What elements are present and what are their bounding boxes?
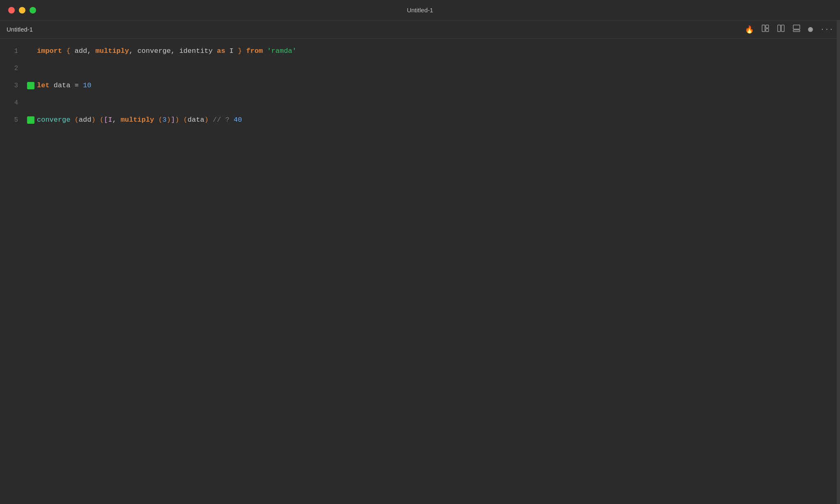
- editor-tab[interactable]: Untitled-1: [7, 26, 33, 33]
- keyword-from: from: [246, 43, 263, 60]
- brace-open: {: [66, 43, 70, 60]
- comment: // ?: [213, 111, 234, 129]
- breakpoint-3[interactable]: [27, 82, 34, 89]
- line-number-4: 4: [0, 94, 18, 111]
- code-line-1: import { add, multiply , converge, ident…: [37, 43, 840, 60]
- gutter: [25, 39, 37, 504]
- code-line-3: let data = 10: [37, 77, 840, 94]
- string-ramda: 'ramda': [267, 43, 296, 60]
- window-title: Untitled-1: [407, 7, 433, 14]
- panel-icon[interactable]: [792, 24, 801, 34]
- svg-rect-1: [766, 25, 769, 28]
- fn-multiply-call: multiply: [121, 111, 154, 129]
- code-area[interactable]: import { add, multiply , converge, ident…: [37, 39, 840, 504]
- svg-rect-6: [793, 30, 800, 32]
- maximize-button[interactable]: [30, 7, 36, 14]
- fire-icon[interactable]: 🔥: [745, 25, 754, 34]
- gutter-item-5[interactable]: [25, 111, 37, 129]
- layout-icon[interactable]: [761, 24, 769, 34]
- title-bar: Untitled-1: [0, 0, 840, 20]
- svg-rect-4: [781, 25, 784, 32]
- keyword-as: as: [217, 43, 225, 60]
- editor-body: 1 2 3 4 5 import { add, multiply , conve…: [0, 39, 840, 504]
- close-button[interactable]: [8, 7, 15, 14]
- comment-value: 40: [234, 111, 242, 129]
- fn-multiply: multiply: [96, 43, 129, 60]
- breakpoint-5[interactable]: [27, 116, 34, 124]
- line-number-2: 2: [0, 60, 18, 77]
- identifier-I: I: [108, 111, 112, 129]
- gutter-item-3[interactable]: [25, 77, 37, 94]
- line-number-3: 3: [0, 77, 18, 94]
- svg-rect-0: [762, 25, 765, 32]
- code-line-4: [37, 94, 840, 111]
- unsaved-indicator: [808, 27, 813, 32]
- gutter-item-4: [25, 94, 37, 111]
- code-line-5: converge ( add ) ( [ I , multiply ( 3 ) …: [37, 111, 840, 129]
- line-numbers: 1 2 3 4 5: [0, 39, 25, 504]
- number-10: 10: [83, 77, 91, 94]
- svg-rect-3: [778, 25, 781, 32]
- more-icon[interactable]: ···: [820, 25, 833, 34]
- gutter-item-2: [25, 60, 37, 77]
- header-icons: 🔥 ···: [745, 24, 833, 34]
- svg-rect-5: [793, 25, 800, 29]
- scrollbar[interactable]: [837, 20, 840, 504]
- line-number-1: 1: [0, 43, 18, 60]
- minimize-button[interactable]: [19, 7, 25, 14]
- split-icon[interactable]: [777, 24, 785, 34]
- svg-rect-2: [766, 29, 769, 32]
- line-number-5: 5: [0, 111, 18, 129]
- keyword-let: let: [37, 77, 50, 94]
- editor-header: Untitled-1 🔥 ···: [0, 20, 840, 39]
- code-line-2: [37, 60, 840, 77]
- keyword-import: import: [37, 43, 62, 60]
- traffic-lights: [8, 7, 36, 14]
- fn-converge: converge: [37, 111, 71, 129]
- gutter-item-1: [25, 43, 37, 60]
- brace-close: }: [238, 43, 242, 60]
- number-3: 3: [162, 111, 167, 129]
